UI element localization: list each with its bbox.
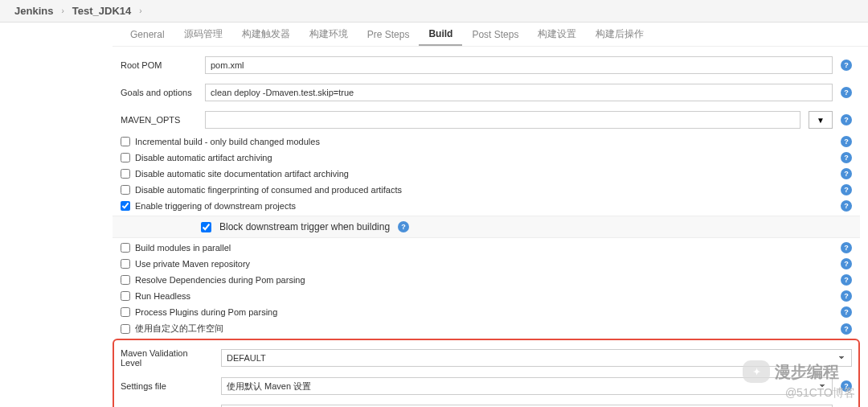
tab-pre-steps[interactable]: Pre Steps (358, 24, 420, 45)
help-icon[interactable]: ? (841, 274, 852, 286)
tab-source-management[interactable]: 源码管理 (174, 23, 232, 46)
headless-label: Run Headless (135, 291, 836, 301)
tab-post-steps[interactable]: Post Steps (462, 24, 528, 45)
breadcrumb-item-jenkins[interactable]: Jenkins (14, 5, 53, 17)
chevron-right-icon: › (139, 6, 141, 15)
advanced-dropdown-button[interactable]: ▼ (809, 111, 833, 129)
row-incremental-build: Incremental build - only build changed m… (121, 134, 852, 150)
row-process-plugins: Process Plugins during Pom parsing ? (121, 304, 852, 320)
help-icon[interactable]: ? (841, 290, 852, 302)
help-icon[interactable]: ? (841, 184, 852, 195)
root-pom-label: Root POM (121, 60, 197, 70)
row-maven-opts: MAVEN_OPTS ▼ ? (121, 106, 852, 134)
headless-checkbox[interactable] (121, 291, 130, 301)
row-settings-file: Settings file 使用默认 Maven 设置 ? (121, 372, 852, 400)
incremental-build-label: Incremental build - only build changed m… (135, 137, 836, 146)
help-icon[interactable]: ? (841, 242, 852, 253)
row-custom-workspace: 使用自定义的工作空间 ? (121, 320, 852, 337)
block-downstream-checkbox[interactable] (201, 222, 211, 232)
incremental-build-checkbox[interactable] (121, 137, 130, 146)
maven-validation-label: Maven Validation Level (121, 348, 213, 368)
tab-build[interactable]: Build (419, 23, 462, 46)
help-icon[interactable]: ? (841, 60, 852, 71)
disable-site-archiving-checkbox[interactable] (121, 169, 130, 179)
tab-post-build-actions[interactable]: 构建后操作 (586, 23, 653, 46)
goals-input[interactable] (205, 84, 833, 101)
row-goals: Goals and options ? (121, 79, 852, 106)
help-icon[interactable]: ? (841, 168, 852, 179)
maven-opts-label: MAVEN_OPTS (121, 115, 197, 125)
tab-build-settings[interactable]: 构建设置 (528, 23, 586, 46)
tab-build-environment[interactable]: 构建环境 (300, 23, 358, 46)
process-plugins-label: Process Plugins during Pom parsing (135, 307, 836, 317)
help-icon[interactable]: ? (841, 306, 852, 318)
disable-archiving-checkbox[interactable] (121, 153, 130, 162)
tab-general[interactable]: General (121, 24, 174, 45)
help-icon[interactable]: ? (841, 380, 852, 392)
row-disable-archiving: Disable automatic artifact archiving ? (121, 150, 852, 166)
custom-workspace-label: 使用自定义的工作空间 (135, 323, 836, 335)
row-resolve-deps: Resolve Dependencies during Pom parsing … (121, 272, 852, 288)
disable-site-archiving-label: Disable automatic site documentation art… (135, 169, 836, 179)
process-plugins-checkbox[interactable] (121, 307, 130, 317)
row-private-repo: Use private Maven repository ? (121, 256, 852, 272)
help-icon[interactable]: ? (841, 114, 852, 125)
disable-fingerprint-checkbox[interactable] (121, 185, 130, 195)
maven-validation-select[interactable]: DEFAULT (221, 349, 852, 367)
row-disable-site-archiving: Disable automatic site documentation art… (121, 166, 852, 182)
row-headless: Run Headless ? (121, 288, 852, 304)
help-icon[interactable]: ? (841, 87, 852, 98)
breadcrumb: Jenkins › Test_JDK14 › (0, 0, 868, 23)
help-icon[interactable]: ? (398, 221, 409, 232)
enable-trigger-label: Enable triggering of downstream projects (135, 201, 836, 211)
tab-build-triggers[interactable]: 构建触发器 (232, 23, 300, 46)
goals-label: Goals and options (121, 88, 197, 97)
settings-file-select[interactable]: 使用默认 Maven 设置 (221, 377, 833, 395)
help-icon[interactable]: ? (841, 152, 852, 163)
resolve-deps-label: Resolve Dependencies during Pom parsing (135, 275, 836, 285)
private-repo-checkbox[interactable] (121, 259, 130, 269)
resolve-deps-checkbox[interactable] (121, 275, 130, 285)
private-repo-label: Use private Maven repository (135, 259, 836, 269)
config-tabs: General 源码管理 构建触发器 构建环境 Pre Steps Build … (113, 23, 868, 47)
help-icon[interactable]: ? (841, 258, 852, 269)
breadcrumb-item-project[interactable]: Test_JDK14 (72, 5, 131, 17)
enable-trigger-checkbox[interactable] (121, 201, 130, 211)
settings-file-label: Settings file (121, 381, 213, 391)
row-global-settings-file: Global Settings file provided global set… (121, 400, 852, 407)
row-enable-trigger: Enable triggering of downstream projects… (121, 198, 852, 214)
disable-archiving-label: Disable automatic artifact archiving (135, 153, 836, 162)
highlight-box: Maven Validation Level DEFAULT Settings … (113, 339, 860, 407)
row-disable-fingerprint: Disable automatic fingerprinting of cons… (121, 182, 852, 198)
row-build-parallel: Build modules in parallel ? (121, 240, 852, 256)
row-block-downstream: Block downstream trigger when building ? (113, 216, 860, 238)
custom-workspace-checkbox[interactable] (121, 324, 130, 334)
chevron-right-icon: › (61, 6, 63, 15)
build-parallel-label: Build modules in parallel (135, 243, 836, 253)
build-parallel-checkbox[interactable] (121, 243, 130, 253)
help-icon[interactable]: ? (841, 323, 852, 335)
block-downstream-label: Block downstream trigger when building (219, 221, 390, 232)
maven-opts-input[interactable] (205, 111, 800, 129)
root-pom-input[interactable] (205, 56, 833, 74)
row-maven-validation: Maven Validation Level DEFAULT (121, 343, 852, 372)
help-icon[interactable]: ? (841, 136, 852, 147)
disable-fingerprint-label: Disable automatic fingerprinting of cons… (135, 185, 836, 195)
help-icon[interactable]: ? (841, 200, 852, 212)
row-root-pom: Root POM ? (121, 51, 852, 79)
